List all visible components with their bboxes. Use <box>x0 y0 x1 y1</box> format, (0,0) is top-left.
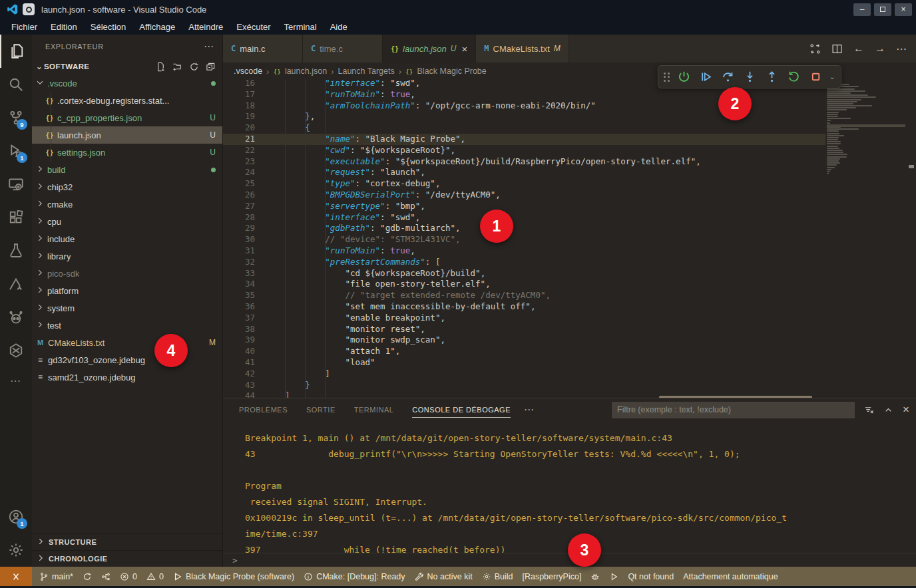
code-editor[interactable]: 16 "interface": "swd",17 "runToMain": tr… <box>223 80 916 398</box>
panel-tab-sortie[interactable]: SORTIE <box>300 398 342 421</box>
tree-item-chip32[interactable]: chip32 <box>32 178 222 196</box>
cmake-debug-button[interactable] <box>586 567 604 586</box>
menu-atteindre[interactable]: Atteindre <box>182 21 229 33</box>
tree-item-test[interactable]: test <box>32 317 222 334</box>
activity-extensions[interactable] <box>0 201 32 234</box>
tree-item-pico-sdk[interactable]: pico-sdk <box>32 265 222 282</box>
tree-item-cmake[interactable]: cmake <box>32 196 222 213</box>
activity-robot-debug[interactable] <box>0 301 32 334</box>
debug-continue-button[interactable] <box>698 69 715 86</box>
tree-item-include[interactable]: include <box>32 230 222 247</box>
add-configuration-button[interactable]: Ajouter une configuration... <box>659 396 812 398</box>
code-line: 34 "file open-story-teller.elf", <box>223 279 825 290</box>
panel-tab-terminal[interactable]: TERMINAL <box>347 398 401 421</box>
menu-affichage[interactable]: Affichage <box>133 21 181 33</box>
cmake-kit[interactable]: No active kit <box>410 567 477 586</box>
navigate-forward-icon[interactable]: → <box>875 43 885 55</box>
sidebar-more-actions[interactable]: ⋯ <box>204 41 214 53</box>
panel-tab-probl-mes[interactable]: PROBLÈMES <box>232 398 294 421</box>
debug-launch-config[interactable]: Black Magic Probe (software) <box>168 567 299 586</box>
menu-sélection[interactable]: Sélection <box>85 21 132 33</box>
debug-step-out-button[interactable] <box>764 69 781 86</box>
minimize-button[interactable]: – <box>853 3 871 16</box>
tree-item-build[interactable]: build <box>32 161 222 178</box>
panel-tab-console-de-d-bogage[interactable]: CONSOLE DE DÉBOGAGE <box>405 398 517 421</box>
activity-test-adapter[interactable] <box>0 267 32 301</box>
activity-account[interactable]: 1 <box>0 500 32 533</box>
close-button[interactable]: × <box>895 3 912 16</box>
debug-stop-button[interactable] <box>807 69 825 86</box>
cmake-run-button[interactable] <box>604 567 623 586</box>
menu-terminal[interactable]: Terminal <box>278 21 323 33</box>
activity-settings[interactable] <box>0 533 32 567</box>
tab-time-c[interactable]: Ctime.c <box>303 35 383 63</box>
errors-count[interactable]: 0 <box>115 567 142 586</box>
git-graph-button[interactable] <box>97 567 115 586</box>
breadcrumb-item[interactable]: Launch Targets <box>338 67 394 76</box>
stop-dropdown-chevron-icon[interactable]: ⌄ <box>829 73 835 81</box>
new-file-icon[interactable] <box>156 62 166 72</box>
workspace-section-header[interactable]: ⌄ SOFTWARE <box>32 59 222 74</box>
tree-item--cortex-debug-registers-stat-[interactable]: {}.cortex-debug.registers.stat... <box>32 92 222 109</box>
new-folder-icon[interactable] <box>172 62 182 72</box>
drag-handle-icon[interactable] <box>664 73 670 82</box>
activity-more[interactable]: ⋯ <box>0 367 32 394</box>
menu-aide[interactable]: Aide <box>324 21 353 33</box>
refresh-icon[interactable] <box>189 62 199 72</box>
collapse-all-icon[interactable] <box>206 62 216 72</box>
menu-exécuter[interactable]: Exécuter <box>230 21 276 33</box>
debug-launch-button[interactable] <box>676 69 693 86</box>
breadcrumb-item[interactable]: .vscode <box>234 67 262 76</box>
activity-testing[interactable] <box>0 234 32 267</box>
breadcrumb-item[interactable]: Black Magic Probe <box>417 67 487 76</box>
panel-more-actions[interactable]: ⋯ <box>524 404 535 416</box>
git-branch[interactable]: main* <box>35 567 78 586</box>
menu-edition[interactable]: Edition <box>45 21 83 33</box>
section-structure[interactable]: STRUCTURE <box>32 533 222 550</box>
tree-item-library[interactable]: library <box>32 247 222 265</box>
tree-item-settings-json[interactable]: {}settings.jsonU <box>32 144 222 161</box>
activity-remote-explorer[interactable] <box>0 168 32 201</box>
tree-item--vscode[interactable]: .vscode <box>32 74 222 92</box>
tab-close-icon[interactable]: × <box>462 43 468 55</box>
minimap[interactable] <box>827 80 905 175</box>
tab-cmakelists-txt[interactable]: MCMakeLists.txtM <box>476 35 569 63</box>
remote-indicator[interactable] <box>0 567 32 586</box>
debug-step-into-button[interactable] <box>742 69 759 86</box>
activity-run-debug[interactable]: 1 <box>0 134 32 168</box>
qt-status[interactable]: Qt not found <box>623 567 678 586</box>
tree-item-launch-json[interactable]: {}launch.jsonU <box>32 126 222 144</box>
auto-attach[interactable]: Attachement automatique <box>678 567 782 586</box>
warnings-count[interactable]: 0 <box>142 567 168 586</box>
debug-filter-input[interactable] <box>612 402 855 418</box>
split-editor-icon[interactable] <box>831 43 843 55</box>
navigate-back-icon[interactable]: ← <box>853 43 864 55</box>
cmake-target[interactable]: [RaspberryPico] <box>517 567 586 586</box>
maximize-button[interactable] <box>874 3 891 16</box>
editor-scrollbar[interactable] <box>907 80 916 398</box>
activity-explorer[interactable] <box>0 35 32 68</box>
activity-source-control[interactable]: 9 <box>0 101 32 134</box>
editor-more-actions-icon[interactable]: ⋯ <box>896 43 907 55</box>
tree-item-gd32vf103-ozone-jdebug[interactable]: ≡gd32vf103_ozone.jdebug <box>32 351 222 368</box>
debug-step-over-button[interactable] <box>720 69 737 86</box>
sync-button[interactable] <box>78 567 97 586</box>
tab-launch-json[interactable]: {}launch.jsonU× <box>383 35 476 63</box>
tree-item-cmakelists-txt[interactable]: MCMakeLists.txtM <box>32 334 222 351</box>
debug-restart-button[interactable] <box>786 69 803 86</box>
tree-item-samd21-ozone-jdebug[interactable]: ≡samd21_ozone.jdebug <box>32 368 222 386</box>
section-chronologie[interactable]: CHRONOLOGIE <box>32 550 222 567</box>
tree-item-c-cpp-properties-json[interactable]: {}c_cpp_properties.jsonU <box>32 109 222 126</box>
tree-item-system[interactable]: system <box>32 299 222 317</box>
tree-item-cpu[interactable]: cpu <box>32 213 222 230</box>
open-changes-icon[interactable] <box>809 43 821 55</box>
activity-search[interactable] <box>0 68 32 101</box>
activity-cube-extension[interactable] <box>0 334 32 367</box>
tree-item-platform[interactable]: platform <box>32 282 222 299</box>
tab-main-c[interactable]: Cmain.c <box>223 35 303 63</box>
cmake-status[interactable]: CMake: [Debug]: Ready <box>299 567 409 586</box>
breadcrumb-item[interactable]: launch.json <box>285 67 327 76</box>
cmake-build-button[interactable]: Build <box>477 567 518 586</box>
menu-fichier[interactable]: Fichier <box>5 21 43 33</box>
close-panel-icon[interactable]: × <box>903 403 909 416</box>
